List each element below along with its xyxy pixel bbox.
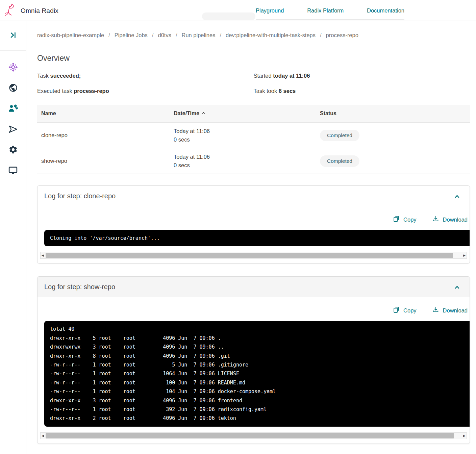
brand[interactable]: Omnia Radix (4, 3, 58, 19)
duration-label: Task took (254, 88, 277, 94)
sidebar-item-access[interactable] (8, 104, 18, 114)
sidebar-item-settings[interactable] (8, 146, 18, 155)
step-status-cell: Completed (316, 130, 470, 141)
breadcrumb-separator: / (176, 32, 177, 39)
step-status-cell: Completed (316, 155, 470, 167)
terminal-output: total 40 drwxr-xr-x 5 root root 4096 Jun… (44, 321, 470, 426)
executed-task-value: process-repo (74, 88, 109, 94)
copy-button[interactable]: Copy (393, 306, 417, 315)
log-card-clone-repo: Log for step: clone-repo Copy (37, 185, 470, 263)
started-line: Started today at 11:06 (254, 73, 470, 79)
breadcrumb-current-task: process-repo (326, 32, 358, 39)
status-badge: Completed (320, 130, 359, 141)
log-actions: Copy Download (37, 306, 470, 315)
nav-scroll-thumb (202, 12, 255, 20)
log-card-header: Log for step: clone-repo (37, 186, 470, 206)
log-card-show-repo: Log for step: show-repo Copy (37, 276, 470, 444)
sidebar-item-pipelines[interactable] (8, 125, 18, 134)
scroll-left-arrow[interactable]: ◀ (41, 433, 45, 439)
scrollbar-thumb[interactable] (46, 253, 453, 258)
gear-icon (8, 145, 18, 156)
sidebar-icon-nav (0, 63, 26, 176)
horizontal-scrollbar: ◀ ▶ (40, 252, 467, 259)
download-button[interactable]: Download (432, 306, 468, 315)
top-nav: Playground Radix Platform Documentation (256, 0, 404, 21)
step-name: clone-repo (37, 132, 170, 138)
monitor-icon (8, 166, 18, 177)
log-card-title: Log for step: clone-repo (44, 192, 461, 200)
download-label: Download (443, 217, 468, 223)
sidebar-item-console[interactable] (8, 166, 18, 176)
download-button[interactable]: Download (432, 215, 468, 224)
download-icon (432, 306, 440, 315)
breadcrumb-separator: / (152, 32, 154, 39)
status-badge: Completed (320, 155, 359, 167)
table-row: clone-repo Today at 11:06 0 secs Complet… (37, 123, 470, 148)
executed-task-label: Executed task (37, 88, 72, 94)
steps-table: Name Date/Time Status clone-repo Today a… (37, 105, 470, 174)
sidebar-item-app[interactable] (8, 63, 18, 73)
step-duration: 0 secs (174, 161, 312, 170)
brand-logo-icon (4, 3, 17, 19)
app-mosaic-icon (8, 62, 18, 73)
scrollbar-thumb[interactable] (46, 433, 454, 438)
breadcrumb-run-pipelines[interactable]: Run pipelines (181, 32, 215, 39)
copy-button[interactable]: Copy (393, 215, 417, 224)
chevron-up-icon (453, 287, 461, 292)
step-name: show-repo (37, 158, 170, 164)
step-datetime: Today at 11:06 0 secs (170, 127, 316, 144)
nav-link-radix-platform[interactable]: Radix Platform (307, 7, 344, 14)
page: Omnia Radix Playground Radix Platform Do… (0, 0, 476, 454)
task-status-line: Task succeeded; (37, 73, 254, 79)
send-icon (8, 124, 18, 135)
nav-underline (256, 19, 404, 20)
sidebar-item-environments[interactable] (8, 84, 18, 93)
download-label: Download (443, 307, 468, 314)
sidebar (0, 21, 26, 454)
duration-value: 6 secs (279, 88, 296, 94)
collapse-button[interactable] (452, 282, 462, 294)
steps-table-header: Name Date/Time Status (37, 105, 470, 123)
copy-icon (393, 215, 400, 224)
started-value: today at 11:06 (273, 73, 310, 79)
nav-link-documentation[interactable]: Documentation (367, 7, 404, 14)
duration-line: Task took 6 secs (254, 88, 470, 94)
step-datetime: Today at 11:06 0 secs (170, 153, 316, 170)
user-settings-icon (8, 104, 18, 115)
table-row: show-repo Today at 11:06 0 secs Complete… (37, 148, 470, 174)
breadcrumb-app[interactable]: radix-sub-pipeline-example (37, 32, 104, 39)
started-label: Started (254, 73, 272, 79)
task-status-label: Task (37, 73, 49, 79)
log-card-title: Log for step: show-repo (44, 283, 461, 291)
panel-expand-icon (9, 31, 18, 41)
chevron-up-icon (453, 196, 461, 201)
executed-task-line: Executed task process-repo (37, 88, 254, 94)
log-actions: Copy Download (37, 215, 470, 224)
horizontal-scrollbar: ◀ ▶ (40, 432, 467, 439)
collapse-button[interactable] (452, 192, 462, 203)
column-header-datetime[interactable]: Date/Time (170, 110, 316, 117)
overview-info: Task succeeded; Started today at 11:06 E… (37, 73, 470, 94)
breadcrumb-job-id[interactable]: d0tvs (158, 32, 171, 39)
download-icon (432, 215, 440, 224)
main-content: radix-sub-pipeline-example / Pipeline Jo… (27, 21, 476, 454)
breadcrumb-pipeline-jobs[interactable]: Pipeline Jobs (115, 32, 148, 39)
step-date: Today at 11:06 (174, 153, 312, 161)
app-header: Omnia Radix Playground Radix Platform Do… (0, 0, 476, 21)
log-card-header: Log for step: show-repo (37, 277, 470, 297)
nav-link-playground[interactable]: Playground (256, 7, 284, 14)
copy-label: Copy (403, 217, 417, 223)
copy-label: Copy (403, 307, 417, 314)
column-header-status: Status (316, 110, 470, 117)
scroll-left-arrow[interactable]: ◀ (41, 252, 45, 258)
step-date: Today at 11:06 (174, 127, 312, 135)
column-header-name: Name (37, 110, 170, 117)
task-status-value: succeeded; (50, 73, 81, 79)
globe-icon (8, 83, 18, 94)
sidebar-expand-button[interactable] (0, 21, 26, 51)
breadcrumb-pipeline-name[interactable]: dev:pipeline-with-multiple-task-steps (226, 32, 316, 39)
copy-icon (393, 306, 400, 315)
scroll-right-arrow[interactable]: ▶ (462, 252, 467, 258)
breadcrumb-separator: / (108, 32, 110, 39)
scroll-right-arrow[interactable]: ▶ (462, 433, 467, 439)
